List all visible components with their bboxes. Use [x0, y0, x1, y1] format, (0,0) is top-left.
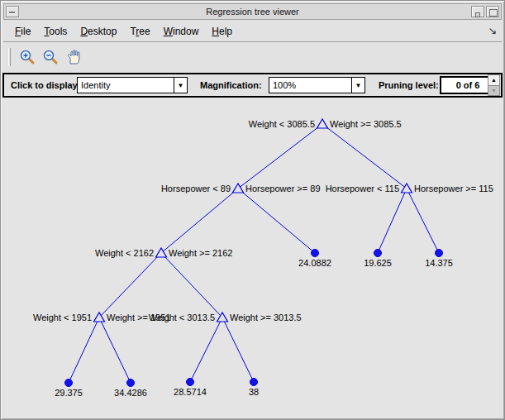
leaf-value-label: 29.375 — [55, 388, 83, 398]
pruning-level-spinner: ▲ ▼ — [488, 74, 500, 96]
magnification-value: 100% — [269, 80, 351, 90]
title-bar: Regression tree viewer — [3, 3, 502, 20]
tree-edge — [407, 189, 439, 253]
pan-hand-icon — [65, 49, 82, 65]
leaf-value-label: 24.0882 — [298, 258, 331, 268]
magnification-label: Magnification: — [200, 80, 262, 90]
window-menu-button[interactable] — [6, 6, 19, 17]
app-window: Regression tree viewer FileToolsDesktopT… — [0, 0, 505, 420]
tree-edge — [378, 189, 407, 253]
click-to-display-dropdown[interactable]: Identity ▼ — [77, 77, 188, 93]
leaf-value-label: 38 — [249, 387, 259, 397]
tree-edge — [99, 253, 161, 317]
menu-item-window[interactable]: Window — [157, 23, 206, 40]
magnification-dropdown[interactable]: 100% ▼ — [269, 77, 365, 93]
split-rule-left-label: Weight < 2162 — [95, 248, 154, 258]
tree-leaf-node[interactable] — [374, 250, 382, 257]
dropdown-arrow-icon[interactable]: ▼ — [174, 78, 187, 93]
spinner-down-button[interactable]: ▼ — [488, 86, 500, 97]
menu-item-tools[interactable]: Tools — [37, 23, 74, 40]
menu-item-tree[interactable]: Tree — [123, 23, 156, 40]
zoom-out-icon — [42, 49, 59, 65]
tree-split-node[interactable] — [402, 184, 412, 193]
tree-edge — [190, 317, 222, 382]
tree-leaf-node[interactable] — [127, 379, 135, 387]
leaf-value-label: 34.4286 — [114, 388, 147, 398]
tree-edge — [222, 317, 254, 382]
click-to-display-value: Identity — [78, 80, 174, 90]
zoom-in-icon — [19, 49, 36, 65]
regression-tree: Weight < 3085.5Weight >= 3085.5Horsepowe… — [3, 98, 503, 418]
tree-edge — [161, 189, 238, 253]
menu-item-help[interactable]: Help — [205, 23, 239, 40]
split-rule-right-label: Horsepower >= 115 — [414, 184, 493, 193]
split-rule-left-label: Horsepower < 89 — [161, 184, 231, 193]
split-rule-right-label: Horsepower >= 89 — [245, 184, 321, 193]
pan-button[interactable] — [64, 47, 83, 67]
split-rule-right-label: Weight >= 2162 — [169, 248, 232, 258]
toolbar — [3, 43, 502, 71]
tree-leaf-node[interactable] — [187, 379, 194, 386]
tree-edge — [322, 124, 407, 189]
tree-leaf-node[interactable] — [436, 250, 443, 257]
tree-edge — [99, 317, 131, 383]
tree-split-node[interactable] — [317, 119, 328, 128]
leaf-value-label: 28.5714 — [174, 387, 207, 397]
click-to-display-label: Click to display: — [11, 80, 80, 90]
dock-arrow-icon[interactable]: ↘ — [488, 25, 497, 36]
split-rule-right-label: Weight >= 3013.5 — [230, 313, 302, 322]
toolbar-grip — [8, 48, 11, 66]
menu-bar: FileToolsDesktopTreeWindowHelp↘ — [3, 21, 502, 42]
maximize-button[interactable] — [486, 6, 499, 17]
window-title: Regression tree viewer — [4, 7, 501, 17]
split-rule-left-label: Weight < 3013.5 — [149, 313, 215, 322]
minimize-button[interactable] — [471, 6, 484, 17]
tree-split-node[interactable] — [233, 184, 244, 193]
menu-item-file[interactable]: File — [8, 23, 37, 40]
zoom-out-button[interactable] — [40, 47, 60, 67]
split-rule-left-label: Weight < 1951 — [33, 313, 92, 322]
split-rule-left-label: Weight < 3085.5 — [249, 119, 315, 129]
zoom-in-button[interactable] — [17, 47, 37, 67]
split-rule-right-label: Weight >= 3085.5 — [330, 119, 402, 129]
pruning-level-label: Pruning level: — [379, 80, 439, 90]
control-bar: Click to display: Identity ▼ Magnificati… — [2, 73, 503, 98]
tree-edge — [69, 317, 99, 383]
tree-edge — [238, 124, 322, 189]
tree-edge — [238, 189, 315, 253]
tree-leaf-node[interactable] — [250, 379, 258, 386]
leaf-value-label: 14.375 — [425, 258, 453, 268]
spinner-up-button[interactable]: ▲ — [488, 74, 500, 86]
menu-item-desktop[interactable]: Desktop — [74, 23, 123, 40]
leaf-value-label: 19.625 — [364, 258, 392, 268]
tree-canvas[interactable]: Weight < 3085.5Weight >= 3085.5Horsepowe… — [3, 98, 503, 418]
split-rule-left-label: Horsepower < 115 — [326, 184, 399, 193]
tree-leaf-node[interactable] — [65, 379, 73, 387]
dropdown-arrow-icon[interactable]: ▼ — [351, 78, 364, 93]
tree-edge — [161, 253, 222, 317]
tree-leaf-node[interactable] — [312, 250, 319, 257]
